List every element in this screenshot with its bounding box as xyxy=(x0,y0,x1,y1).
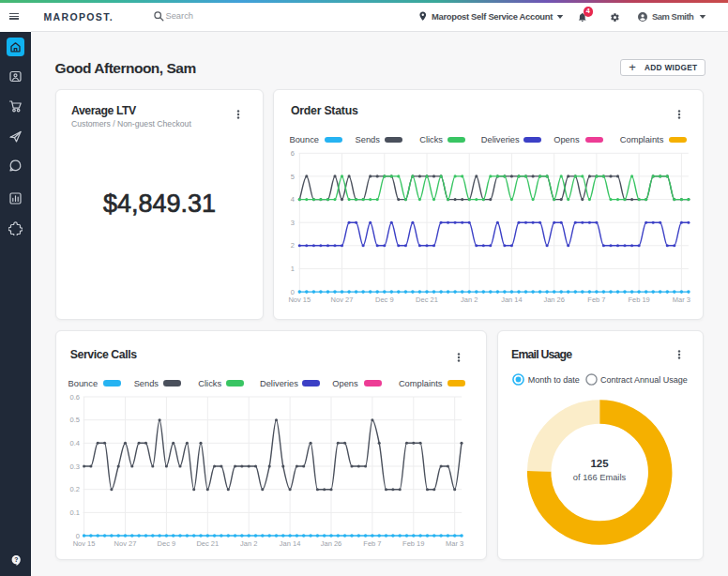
svg-text:Nov 27: Nov 27 xyxy=(114,539,137,548)
svg-text:Feb 19: Feb 19 xyxy=(402,539,424,548)
svg-text:Feb 7: Feb 7 xyxy=(363,539,381,548)
svg-text:Mar 3: Mar 3 xyxy=(673,296,690,304)
svg-text:Dec 9: Dec 9 xyxy=(375,296,394,304)
svg-text:0.3: 0.3 xyxy=(70,462,80,471)
svg-text:Jan 2: Jan 2 xyxy=(461,296,478,304)
svg-text:6: 6 xyxy=(291,149,295,158)
svg-text:Feb 19: Feb 19 xyxy=(628,296,649,304)
svg-text:Jan 26: Jan 26 xyxy=(543,296,565,304)
svg-text:1: 1 xyxy=(291,265,295,273)
svg-text:2: 2 xyxy=(291,241,295,250)
svg-text:Dec 9: Dec 9 xyxy=(158,539,176,548)
svg-text:Jan 26: Jan 26 xyxy=(321,539,342,548)
svg-text:Mar 3: Mar 3 xyxy=(446,539,463,548)
svg-text:4: 4 xyxy=(291,195,295,204)
svg-text:Jan 2: Jan 2 xyxy=(240,539,257,548)
svg-text:0.1: 0.1 xyxy=(70,508,80,517)
svg-text:Nov 15: Nov 15 xyxy=(73,539,96,548)
svg-text:?: ? xyxy=(14,556,18,563)
svg-text:5: 5 xyxy=(291,173,295,181)
svg-text:Jan 14: Jan 14 xyxy=(501,296,523,304)
svg-text:0.5: 0.5 xyxy=(70,416,80,424)
svg-text:3: 3 xyxy=(291,219,295,227)
svg-text:Feb 7: Feb 7 xyxy=(587,296,605,304)
svg-text:0.4: 0.4 xyxy=(70,439,80,447)
svg-text:Dec 21: Dec 21 xyxy=(416,296,438,304)
svg-text:Dec 21: Dec 21 xyxy=(196,539,219,548)
svg-text:0.2: 0.2 xyxy=(70,485,80,493)
svg-text:Nov 15: Nov 15 xyxy=(288,296,311,304)
svg-text:Nov 27: Nov 27 xyxy=(331,296,354,304)
svg-text:0.6: 0.6 xyxy=(70,393,80,402)
svg-text:Jan 14: Jan 14 xyxy=(280,539,301,548)
